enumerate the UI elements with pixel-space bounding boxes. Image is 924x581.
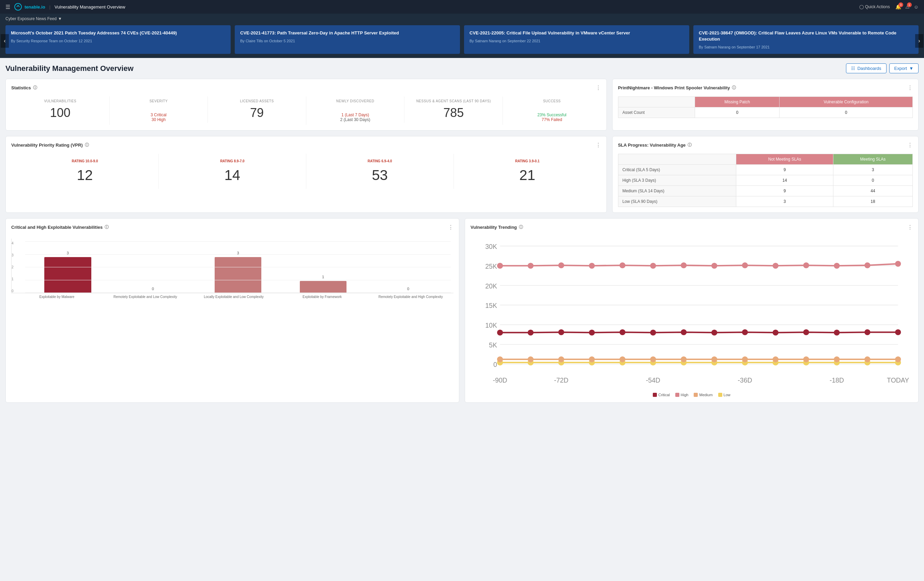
svg-point-66: [589, 330, 594, 336]
stat-fail-pct: 77% Failed: [503, 117, 601, 122]
pn-row-label: Asset Count: [618, 108, 695, 118]
trending-menu[interactable]: ⋮: [907, 224, 913, 230]
svg-text:-72D: -72D: [554, 376, 568, 384]
vpr-menu[interactable]: ⋮: [596, 142, 601, 148]
sla-col-meeting: Meeting SLAs: [833, 154, 912, 165]
sla-card-header: SLA Progress: Vulnerability Age ⓘ ⋮: [618, 142, 913, 148]
bar-chart-area: 01234 3 0 3 1 0 Exploitable by MalwareRe…: [11, 236, 454, 302]
bar-group-2: 3: [196, 251, 281, 293]
news-card-meta-1: By Claire Tills on October 5 2021: [240, 39, 454, 43]
stat-newly-discovered: NEWLY DISCOVERED 1 (Last 7 Days) 2 (Last…: [306, 96, 404, 125]
pn-col-missing: Missing Patch: [695, 97, 780, 108]
svg-point-73: [803, 329, 809, 335]
hamburger-menu[interactable]: ☰: [5, 4, 10, 10]
news-card-1[interactable]: CVE-2021-41773: Path Traversal Zero-Day …: [235, 25, 460, 54]
svg-point-48: [895, 357, 901, 363]
vpr-info-icon[interactable]: ⓘ: [85, 142, 89, 148]
quick-actions-button[interactable]: ◯ Quick Actions: [859, 5, 890, 9]
svg-point-53: [619, 263, 625, 268]
svg-point-69: [681, 329, 686, 335]
statistics-grid: VULNERABILITIES 100 SEVERITY 3 Critical …: [11, 96, 601, 125]
news-card-2[interactable]: CVE-2021-22005: Critical File Upload Vul…: [464, 25, 689, 54]
topnav-right-section: ◯ Quick Actions 🔔 3 ⚠ 1 ☺: [859, 4, 919, 10]
stat-critical: 3 Critical: [110, 113, 208, 117]
y-axis-label: 0: [12, 289, 15, 293]
y-axis-label: 2: [12, 265, 15, 269]
brand-logo: tenable.io: [14, 3, 45, 11]
bar-value-4: 0: [407, 287, 409, 291]
top-navigation: ☰ tenable.io | Vulnerability Management …: [0, 0, 924, 14]
y-axis: 01234: [12, 242, 15, 293]
pn-missing-val: 0: [695, 108, 780, 118]
sla-menu[interactable]: ⋮: [907, 142, 913, 148]
news-card-3[interactable]: CVE-2021-38647 (OMIGOD): Critical Flaw L…: [693, 25, 919, 54]
svg-point-42: [711, 357, 717, 363]
svg-point-75: [865, 329, 870, 335]
bar-value-3: 1: [322, 275, 324, 279]
trending-info-icon[interactable]: ⓘ: [519, 224, 523, 230]
svg-point-58: [773, 263, 779, 269]
page-header-actions: ☷ Dashboards Export ▼: [846, 63, 919, 73]
tenable-logo-icon: [14, 3, 22, 11]
bar-chart-menu[interactable]: ⋮: [448, 224, 454, 230]
statistics-card-header: Statistics ⓘ ⋮: [11, 84, 601, 91]
pn-menu[interactable]: ⋮: [907, 84, 913, 91]
stat-newly-30: 2 (Last 30 Days): [306, 117, 404, 122]
news-feed-toggle[interactable]: Cyber Exposure News Feed ▼: [5, 17, 62, 21]
vpr-value-1: 14: [162, 167, 303, 184]
news-card-0[interactable]: Microsoft's October 2021 Patch Tuesday A…: [5, 25, 231, 54]
sla-meeting-2: 44: [833, 186, 912, 196]
nav-page-title: Vulnerability Management Overview: [54, 5, 125, 10]
svg-point-45: [803, 357, 809, 363]
user-icon[interactable]: ☺: [914, 4, 919, 10]
legend-dot-low: [718, 393, 722, 397]
stat-sev-label: SEVERITY: [110, 99, 208, 103]
svg-point-60: [834, 263, 840, 269]
notifications-icon[interactable]: 🔔 3: [895, 4, 901, 10]
export-button[interactable]: Export ▼: [889, 63, 919, 73]
news-prev-button[interactable]: ‹: [1, 34, 9, 48]
news-next-button[interactable]: ›: [915, 34, 923, 48]
y-axis-label: 1: [12, 277, 15, 281]
dashboards-button[interactable]: ☷ Dashboards: [846, 63, 886, 73]
svg-point-44: [773, 357, 779, 363]
vpr-item-3: RATING 3.9-0.1 21: [454, 154, 601, 189]
stat-success: SUCCESS 23% Successful 77% Failed: [503, 96, 601, 125]
stat-licensed-label: LICENSED ASSETS: [208, 99, 306, 103]
svg-point-71: [742, 329, 748, 335]
svg-point-59: [803, 263, 809, 268]
statistics-menu[interactable]: ⋮: [596, 84, 601, 91]
statistics-info-icon[interactable]: ⓘ: [33, 85, 37, 91]
svg-point-52: [589, 263, 594, 269]
bar-label-1: Remotely Exploitable and Low Complexity: [100, 295, 188, 299]
svg-point-76: [895, 329, 901, 335]
news-card-meta-3: By Satnam Narang on September 17 2021: [699, 45, 913, 49]
pn-col-vulnerable: Vulnerable Configuration: [780, 97, 913, 108]
bar-label-3: Exploitable by Framework: [277, 295, 365, 299]
sla-info-icon[interactable]: ⓘ: [688, 142, 691, 148]
svg-text:30K: 30K: [485, 243, 497, 251]
vpr-value-3: 21: [457, 167, 598, 184]
bar-value-1: 0: [152, 287, 154, 291]
trending-card-title: Vulnerability Trending ⓘ: [470, 224, 523, 230]
alerts-icon[interactable]: ⚠ 1: [905, 4, 910, 10]
pn-info-icon[interactable]: ⓘ: [732, 85, 736, 91]
stat-sev-values: 3 Critical 30 High: [110, 113, 208, 122]
bar-label-0: Exploitable by Malware: [11, 295, 100, 299]
stat-success-values: 23% Successful 77% Failed: [503, 113, 601, 122]
svg-text:-36D: -36D: [738, 376, 752, 384]
bar-chart-info-icon[interactable]: ⓘ: [105, 224, 109, 230]
svg-point-39: [619, 357, 625, 363]
news-card-title-0: Microsoft's October 2021 Patch Tuesday A…: [11, 30, 225, 36]
page-header: Vulnerability Management Overview ☷ Dash…: [5, 63, 919, 73]
news-card-title-3: CVE-2021-38647 (OMIGOD): Critical Flaw L…: [699, 30, 913, 42]
vpr-value-2: 53: [309, 167, 451, 184]
sla-table: Not Meeting SLAs Meeting SLAs Critical (…: [618, 154, 913, 207]
svg-point-63: [497, 330, 503, 336]
svg-point-72: [773, 330, 779, 336]
trending-chart-area: 05K10K15K20K25K30K-90D-72D-54D-36D-18DTO…: [470, 236, 913, 390]
clock-icon: ◯: [859, 5, 864, 9]
stat-newly-7: 1 (Last 7 Days): [306, 113, 404, 117]
sla-row-label-0: Critical (SLA 5 Days): [618, 165, 736, 175]
row-2: Vulnerability Priority Rating (VPR) ⓘ ⋮ …: [5, 136, 919, 213]
